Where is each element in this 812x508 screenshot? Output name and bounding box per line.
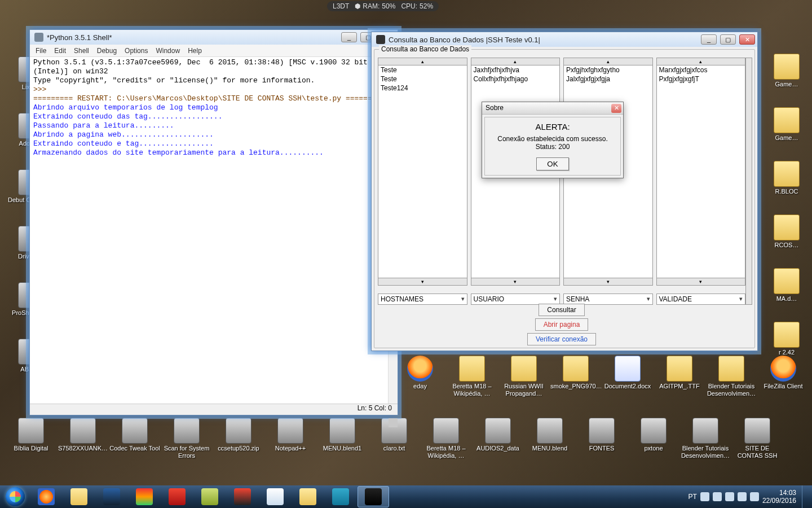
desktop-icon[interactable]: r 2.42 xyxy=(761,322,812,356)
list-item[interactable]: PxfgjxfgjxgfjT xyxy=(657,75,745,84)
file-icon xyxy=(615,356,641,382)
group-scrollbar[interactable] xyxy=(745,58,752,305)
list-item[interactable]: Jalxfgjxfgjxfgja xyxy=(564,75,652,84)
ok-button[interactable]: OK xyxy=(536,157,568,170)
verificar-conexao-button[interactable]: Verificar conexão xyxy=(527,333,596,345)
desktop-icon[interactable]: pxtone xyxy=(628,418,679,452)
taskbar-item-folder[interactable] xyxy=(292,486,324,507)
tray-clock[interactable]: 14:03 22/09/2016 xyxy=(762,489,796,505)
dialog-titlebar[interactable]: Sobre ✕ xyxy=(482,102,623,115)
menu-window[interactable]: Window xyxy=(156,47,180,55)
tray-icon[interactable] xyxy=(738,492,747,501)
launcher-icon xyxy=(136,488,153,505)
desktop-icon[interactable]: MENU.blend xyxy=(524,418,575,452)
maximize-button[interactable]: ▢ xyxy=(720,34,736,45)
combo-senha[interactable]: SENHA xyxy=(563,294,653,305)
desktop-icon[interactable]: Blender Tutoriais Desenvolvimen… xyxy=(706,356,757,397)
taskbar-item-notepadpp[interactable] xyxy=(194,486,226,507)
idle-titlebar[interactable]: *Python 3.5.1 Shell* _ ▢ ✕ xyxy=(30,30,398,45)
desktop-icon[interactable]: smoke_PNG970… xyxy=(550,356,601,390)
desktop-icon[interactable]: eday xyxy=(395,356,445,390)
desktop-icon[interactable]: Scan for System Errors xyxy=(161,418,212,459)
list-item[interactable]: Teste xyxy=(378,75,467,84)
desktop-icon[interactable]: AUDIOS2_data xyxy=(473,418,523,452)
scroll-down-icon[interactable]: ▾ xyxy=(378,278,467,286)
tray-icon[interactable] xyxy=(750,492,759,501)
abrir-pagina-button[interactable]: Abrir pagina xyxy=(535,318,589,331)
menu-edit[interactable]: Edit xyxy=(54,47,66,55)
ssh-app-window[interactable]: Consulta ao Banco de Dados |SSH Teste v0… xyxy=(371,32,758,351)
desktop-icon[interactable]: Russian WWII Propagand… xyxy=(498,356,549,397)
minimize-button[interactable]: _ xyxy=(341,32,357,42)
alert-dialog[interactable]: Sobre ✕ ALERTA: Conexão estabelecida com… xyxy=(482,102,624,178)
desktop-icon[interactable]: Document2.docx xyxy=(602,356,653,390)
tray-lang[interactable]: PT xyxy=(689,493,697,501)
taskbar-item-ccleaner[interactable] xyxy=(96,486,127,507)
desktop-icon[interactable]: R.BLOC xyxy=(761,161,812,195)
list-item[interactable]: Teste124 xyxy=(378,84,467,93)
idle-menubar[interactable]: FileEditShellDebugOptionsWindowHelp xyxy=(30,45,398,57)
combo-validade[interactable]: VALIDADE xyxy=(656,294,746,305)
taskbar-item-cmd[interactable] xyxy=(358,486,389,507)
scroll-down-icon[interactable]: ▾ xyxy=(471,278,561,286)
taskbar-item-app1[interactable] xyxy=(227,486,258,507)
combo-usuario[interactable]: USUARIO xyxy=(471,294,561,305)
menu-options[interactable]: Options xyxy=(125,47,148,55)
file-icon xyxy=(667,356,692,382)
menu-shell[interactable]: Shell xyxy=(74,47,89,55)
desktop-icon[interactable]: Game… xyxy=(761,107,812,142)
scroll-down-icon[interactable]: ▾ xyxy=(563,278,653,286)
taskbar-item-explorer[interactable] xyxy=(63,486,95,507)
scroll-down-icon[interactable]: ▾ xyxy=(656,278,746,286)
scroll-up-icon[interactable]: ▴ xyxy=(471,58,561,65)
desktop-icon[interactable]: FONTES xyxy=(576,418,627,452)
tray-icon[interactable] xyxy=(700,492,709,501)
show-desktop-button[interactable] xyxy=(802,485,807,508)
desktop-icon[interactable]: Codec Tweak Tool xyxy=(109,418,160,452)
idle-output[interactable]: Python 3.5.1 (v3.5.1:37a07cee5969, Dec 6… xyxy=(30,57,398,404)
desktop-icon[interactable]: Game… xyxy=(761,54,812,88)
taskbar-item-telegram[interactable] xyxy=(325,486,356,507)
minimize-button[interactable]: _ xyxy=(701,34,717,45)
desktop-icon[interactable]: Bíblia Digital xyxy=(6,418,56,452)
list-item[interactable]: Collxfhjxfhjxfhjago xyxy=(471,75,560,84)
combo-hostnames[interactable]: HOSTNAMES xyxy=(378,294,467,305)
tray-icon[interactable] xyxy=(713,492,722,501)
taskbar-item-launcher[interactable] xyxy=(129,486,160,507)
desktop-icon[interactable]: Beretta M18 – Wikipédia, … xyxy=(447,356,497,397)
taskbar-item-pyidle[interactable] xyxy=(259,486,291,507)
desktop-icon[interactable]: Blender Tutoriais Desenvolvimen… xyxy=(680,418,731,459)
menu-help[interactable]: Help xyxy=(188,47,202,55)
start-button[interactable] xyxy=(0,485,30,508)
menu-file[interactable]: File xyxy=(36,47,46,55)
consultar-button[interactable]: Consultar xyxy=(539,304,584,316)
desktop-icon[interactable]: MENU.blend1 xyxy=(317,418,368,452)
scroll-up-icon[interactable]: ▴ xyxy=(563,58,653,65)
desktop-icon[interactable]: SITE DE CONTAS SSH xyxy=(732,418,783,459)
taskbar-item-firefox[interactable] xyxy=(30,486,62,507)
desktop-icon[interactable]: Beretta M18 – Wikipédia, … xyxy=(421,418,471,459)
desktop-icon[interactable]: RCOS… xyxy=(761,214,812,249)
list-item[interactable]: Jaxhfjxfhjxfhjva xyxy=(471,65,560,75)
desktop-icon[interactable]: ccsetup520.zip xyxy=(213,418,264,452)
validade-list[interactable]: MarxfgjxfgjxfcosPxfgjxfgjxgfjT xyxy=(656,65,746,278)
desktop-icon[interactable]: S7582XXUANK… xyxy=(58,418,108,452)
hostnames-list[interactable]: TesteTesteTeste124 xyxy=(378,65,467,278)
taskbar-item-filezilla[interactable] xyxy=(161,486,193,507)
list-item[interactable]: Teste xyxy=(378,65,467,75)
close-icon[interactable]: ✕ xyxy=(611,104,621,113)
desktop-icon[interactable]: Notepad++ xyxy=(265,418,316,452)
scroll-up-icon[interactable]: ▴ xyxy=(656,58,746,65)
list-item[interactable]: Marxfgjxfgjxfcos xyxy=(657,65,745,75)
list-item[interactable]: Pxfgjhxfghxfgytho xyxy=(564,65,652,75)
system-tray[interactable]: PT 14:03 22/09/2016 xyxy=(684,485,812,508)
taskbar[interactable]: PT 14:03 22/09/2016 xyxy=(0,485,812,508)
tray-icon[interactable] xyxy=(725,492,734,501)
scroll-up-icon[interactable]: ▴ xyxy=(378,58,467,65)
menu-debug[interactable]: Debug xyxy=(97,47,117,55)
python-idle-window[interactable]: *Python 3.5.1 Shell* _ ▢ ✕ FileEditShell… xyxy=(29,29,398,415)
desktop-icon[interactable]: MA.d… xyxy=(761,268,812,303)
close-button[interactable]: ✕ xyxy=(739,34,755,45)
desktop-icon[interactable]: AGITPM_.TTF xyxy=(654,356,705,390)
desktop-icon[interactable]: FileZilla Client xyxy=(758,356,809,390)
